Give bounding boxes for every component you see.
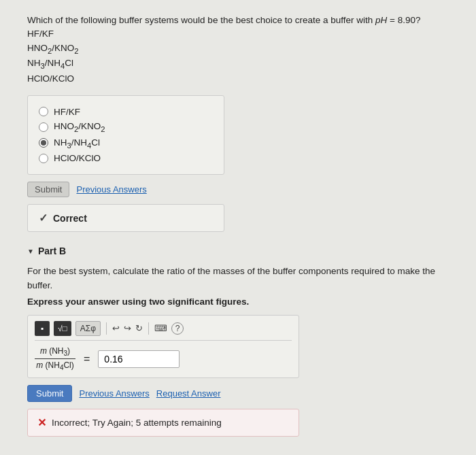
option-nh3-nh4cl[interactable]: NH3/NH4Cl [39,137,213,150]
question-prompt: Which of the following buffer systems wo… [27,14,449,86]
answer-options-box: HF/KF HNO2/KNO2 NH3/NH4Cl HClO/KClO [27,95,224,175]
option-hf-kf[interactable]: HF/KF [39,107,213,117]
part-b-label: Part B [38,246,66,256]
part-b-submit-button[interactable]: Submit [27,385,72,402]
refresh-button[interactable]: ↻ [135,323,143,333]
help-icon[interactable]: ? [171,322,184,335]
toolbar-separator-2 [148,322,149,335]
part-a-submit-row: Submit Previous Answers [27,182,449,197]
radio-hf-kf[interactable] [39,107,48,116]
part-b-emphasis-text: Express your answer using two significan… [27,297,449,307]
toolbar: ▪ √□ ΑΣφ ↩ ↪ ↻ ⌨ ? [35,321,292,341]
fraction-label: m (NH3) m (NH4Cl) [35,346,75,372]
part-a-previous-answers-link[interactable]: Previous Answers [76,184,146,195]
correct-label: Correct [53,213,87,224]
incorrect-box: ✕ Incorrect; Try Again; 5 attempts remai… [27,409,299,437]
fraction-denominator: m (NH4Cl) [35,359,75,371]
toolbar-separator-1 [106,322,107,335]
redo-button[interactable]: ↪ [124,323,131,333]
collapse-triangle-icon[interactable]: ▼ [27,248,34,255]
fraction-input-row: m (NH3) m (NH4Cl) = [35,346,292,372]
sqrt-button[interactable]: √□ [54,321,71,336]
part-b-input-area: ▪ √□ ΑΣφ ↩ ↪ ↻ ⌨ ? m (NH3) m (NH4Cl) [27,315,299,378]
part-b-section: ▼ Part B For the best system, calculate … [27,246,449,436]
part-a-submit-button[interactable]: Submit [27,182,69,197]
part-b-submit-row: Submit Previous Answers Request Answer [27,385,449,402]
answer-input[interactable] [98,350,180,368]
alpha-sigma-button[interactable]: ΑΣφ [75,321,101,336]
option-hclo-kclo[interactable]: HClO/KClO [39,153,213,163]
correct-box: ✓ Correct [27,204,224,232]
x-icon: ✕ [37,416,46,429]
ph-label: pH [375,15,387,25]
radio-hno2-kno2[interactable] [39,122,48,132]
equals-sign: = [84,353,90,365]
part-b-previous-answers-link[interactable]: Previous Answers [79,388,149,399]
incorrect-message: Incorrect; Try Again; 5 attempts remaini… [52,418,222,428]
part-b-request-answer-link[interactable]: Request Answer [156,388,221,399]
keyboard-icon[interactable]: ⌨ [154,323,167,333]
part-a-section: Which of the following buffer systems wo… [27,14,449,232]
radio-hclo-kclo[interactable] [39,154,48,163]
option-hno2-kno2[interactable]: HNO2/KNO2 [39,121,213,133]
checkmark-icon: ✓ [39,212,48,224]
part-b-question-text: For the best system, calculate the ratio… [27,265,449,292]
part-b-header: ▼ Part B [27,246,449,256]
matrix-button[interactable]: ▪ [35,321,50,336]
fraction-numerator: m (NH3) [35,346,75,359]
undo-button[interactable]: ↩ [112,323,120,333]
radio-nh3-nh4cl[interactable] [39,138,48,148]
